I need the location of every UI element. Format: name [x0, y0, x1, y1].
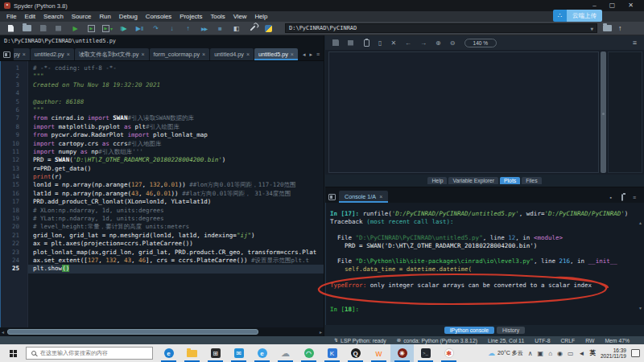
scroll-right-icon[interactable]: ▸	[320, 329, 322, 335]
taskbar-wangwang-icon[interactable]: w	[367, 344, 390, 362]
pane-tab-files[interactable]: Files	[522, 177, 541, 184]
editor-tab-读取文件名到txt文件.py[interactable]: 读取文件名到txt文件.py×	[75, 48, 149, 60]
close-tab-icon[interactable]: ×	[67, 51, 70, 57]
scrollbar-thumb[interactable]	[7, 329, 258, 335]
save-all-plots-button[interactable]	[348, 39, 355, 47]
pane-undock-icon[interactable]	[3, 51, 10, 58]
debug-step-return-button[interactable]: ↑	[180, 23, 196, 35]
chevron-down-icon[interactable]: ▼	[590, 26, 593, 31]
plots-thumbnail-strip[interactable]	[608, 51, 642, 173]
volume-tray-icon[interactable]: ◄	[579, 350, 585, 357]
editor-code[interactable]: # -*- coding: utf-8 -*-"""Created on Thu…	[28, 61, 324, 327]
cloud-upload-label[interactable]: 云端上传	[567, 10, 602, 22]
editor-tab-untitled2.py[interactable]: untitled2.py×	[31, 48, 74, 60]
taskbar-mail-icon[interactable]: ✉	[227, 344, 250, 362]
line-number[interactable]: 6	[1, 106, 27, 114]
line-number[interactable]: 9	[1, 131, 27, 139]
editor-horizontal-scrollbar[interactable]: ◂ ▸	[0, 327, 324, 336]
line-number[interactable]: 20	[1, 223, 27, 231]
close-tab-icon[interactable]: ×	[23, 51, 26, 57]
close-tab-icon[interactable]: ×	[246, 51, 250, 57]
pane-tab-variable-explorer[interactable]: Variable Explorer	[448, 177, 498, 184]
bottom-tab-ipython-console[interactable]: IPython console	[444, 327, 494, 334]
browse-tabs-menu-icon[interactable]: ≡	[316, 51, 320, 57]
input-language-indicator[interactable]: 英	[589, 349, 596, 357]
line-number[interactable]: 1	[1, 64, 27, 72]
zoom-out-button[interactable]: ⊖	[450, 39, 456, 47]
line-number[interactable]: 7	[1, 114, 27, 122]
editor-gutter[interactable]: 1234567891011121314151617181920212223242…	[1, 61, 28, 327]
line-number[interactable]: 18	[1, 207, 27, 215]
line-number[interactable]: 14	[1, 173, 27, 181]
bottom-tab-history[interactable]: History	[497, 327, 525, 334]
console-scroll-up-icon[interactable]: ▲	[638, 220, 642, 225]
line-number[interactable]: 2	[1, 72, 27, 80]
inspect-object-icon[interactable]	[621, 195, 624, 200]
line-number[interactable]: 16	[1, 190, 27, 198]
previous-plot-button[interactable]: ←	[405, 39, 411, 47]
qq-tray-icon[interactable]: ◉	[557, 350, 563, 357]
preferences-button[interactable]	[245, 23, 260, 35]
editor-tab-untitled5.py[interactable]: untitled5.py×	[254, 48, 298, 60]
cloud-upload-badge[interactable]: ∴ 云端上传	[553, 10, 602, 22]
line-number[interactable]: 11	[1, 148, 27, 156]
remove-plot-button[interactable]: ▯	[378, 39, 382, 47]
next-plot-button[interactable]: →	[420, 39, 427, 47]
line-number[interactable]: 4	[1, 89, 27, 97]
taskbar-search-input[interactable]: 在这里输入你要搜索的内容	[26, 347, 153, 360]
editor-tab-untitled1.py[interactable]: untitled1.py×	[14, 48, 30, 60]
line-number[interactable]: 13	[1, 165, 27, 173]
save-all-button[interactable]	[52, 23, 67, 35]
line-number[interactable]: 3	[1, 81, 27, 89]
taskbar-file-explorer-icon[interactable]	[180, 344, 204, 362]
network-tray-icon[interactable]: ▭	[568, 350, 574, 357]
zoom-in-button[interactable]: ⊕	[436, 39, 441, 47]
line-number[interactable]: 24	[1, 257, 27, 265]
plots-splitter[interactable]	[601, 51, 606, 173]
line-number[interactable]: 8	[1, 123, 27, 131]
menu-tools[interactable]: Tools	[206, 13, 229, 20]
taskbar-cajviewer-icon[interactable]: K	[320, 344, 344, 362]
pane-undock-icon[interactable]	[328, 194, 336, 200]
line-number[interactable]: 23	[1, 249, 27, 257]
close-tab-icon[interactable]: ×	[202, 51, 205, 57]
scroll-left-icon[interactable]: ◂	[2, 329, 4, 335]
editor-tab-form_colormap.py[interactable]: form_colormap.py×	[150, 48, 210, 60]
taskbar-360-browser-icon[interactable]: ◠	[297, 344, 320, 362]
line-number[interactable]: 12	[1, 156, 27, 164]
home-tray-icon[interactable]: ⌂	[548, 350, 552, 357]
code-editor[interactable]: 1234567891011121314151617181920212223242…	[0, 61, 324, 327]
console-scroll-down-icon[interactable]: ▼	[638, 306, 642, 311]
menu-file[interactable]: File	[2, 13, 21, 20]
notification-center-icon[interactable]	[631, 349, 640, 357]
menu-projects[interactable]: Projects	[175, 13, 206, 20]
debug-file-button[interactable]: ▶‖	[132, 23, 147, 35]
maximize-button[interactable]: ▢	[609, 0, 616, 11]
menu-debug[interactable]: Debug	[115, 13, 142, 20]
save-file-button[interactable]	[35, 23, 51, 35]
line-number[interactable]: 10	[1, 140, 27, 148]
run-cell-advance-button[interactable]: ▶▾	[100, 23, 115, 35]
taskbar-baidu-netdisk-icon[interactable]: ✻	[437, 344, 460, 362]
close-button[interactable]: ✕	[628, 0, 634, 11]
open-file-button[interactable]	[19, 23, 35, 35]
line-number[interactable]: 25	[1, 265, 27, 273]
working-directory-input[interactable]: D:\PyCINRAD\PyCINRAD ▼	[285, 23, 597, 33]
line-number[interactable]: 21	[1, 232, 27, 240]
close-tab-icon[interactable]: ×	[291, 51, 294, 57]
pane-tab-help[interactable]: Help	[427, 177, 447, 184]
run-cell-button[interactable]: ▶	[84, 23, 99, 35]
debug-step-button[interactable]: ↷	[148, 23, 163, 35]
menu-run[interactable]: Run	[95, 13, 114, 20]
taskbar-microsoft-store-icon[interactable]: ⊞	[204, 344, 227, 362]
taskbar-clock[interactable]: 16:39 2021/11/19	[601, 348, 626, 360]
taskbar-edge-icon[interactable]: e	[157, 344, 180, 362]
close-tab-icon[interactable]: ×	[141, 51, 144, 57]
remove-all-plots-button[interactable]: ✕	[390, 39, 396, 47]
plots-zoom-level[interactable]: 140 %	[464, 39, 497, 47]
interrupt-kernel-icon[interactable]: ▪	[609, 195, 612, 200]
taskbar-qq-icon[interactable]: Q	[344, 344, 367, 362]
line-number[interactable]: 15	[1, 181, 27, 189]
line-number[interactable]: 19	[1, 215, 27, 223]
close-console-icon[interactable]: ×	[379, 194, 382, 200]
